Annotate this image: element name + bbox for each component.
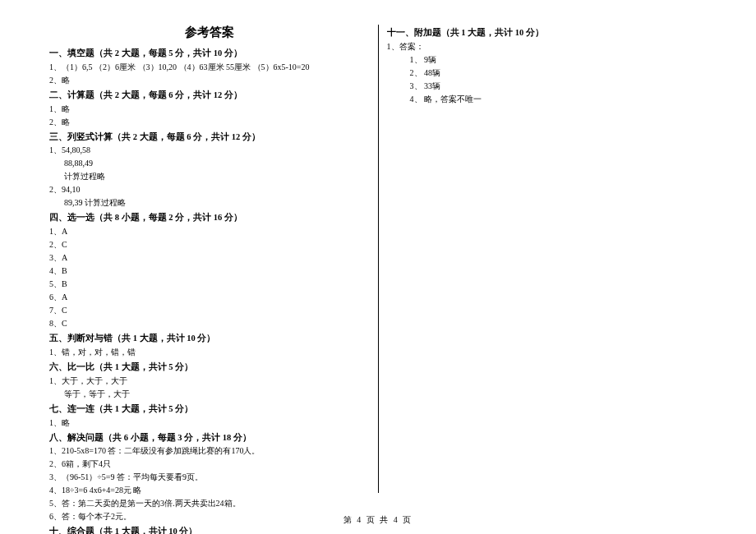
s3-item2a: 89,39 计算过程略 [49, 196, 370, 209]
s4-a1: 1、A [49, 225, 370, 238]
s3-item1b: 计算过程略 [49, 170, 370, 183]
s6-item1: 1、大于，大于，大于 [49, 375, 370, 388]
section-4-head: 四、选一选（共 8 小题，每题 2 分，共计 16 分） [49, 211, 370, 225]
s2-item1: 1、略 [49, 103, 370, 116]
section-2-head: 二、计算题（共 2 大题，每题 6 分，共计 12 分） [49, 89, 370, 103]
s8-item1: 1、210-5x8=170 答：二年级没有参加跳绳比赛的有170人。 [49, 444, 370, 458]
s5-item1: 1、错，对，对，错，错 [49, 346, 370, 359]
s11-a2: 2、 48辆 [387, 67, 708, 80]
section-7-head: 七、连一连（共 1 大题，共计 5 分） [49, 403, 370, 417]
s1-item2: 2、略 [49, 74, 370, 87]
s8-item2: 2、6箱，剩下4只 [49, 458, 370, 471]
left-column: 参考答案 一、填空题（共 2 大题，每题 5 分，共计 10 分） 1、（1）6… [41, 25, 379, 493]
s1-item1: 1、（1）6,5 （2）6厘米 （3）10,20 （4）63厘米 55厘米 （5… [49, 61, 370, 74]
right-column: 十一、附加题（共 1 大题，共计 10 分） 1、答案： 1、 9辆 2、 48… [379, 25, 716, 493]
section-8-head: 八、解决问题（共 6 小题，每题 3 分，共计 18 分） [49, 431, 370, 445]
s11-a4: 4、 略，答案不唯一 [387, 93, 708, 106]
s3-item1: 1、54,80,58 [49, 144, 370, 157]
s8-item4: 4、18÷3=6 4x6+4=28元 略 [49, 484, 370, 497]
s8-item3: 3、（96-51）÷5=9 答：平均每天要看9页。 [49, 471, 370, 484]
s4-a5: 5、B [49, 278, 370, 291]
s4-a6: 6、A [49, 291, 370, 304]
s4-a3: 3、A [49, 251, 370, 265]
section-10-head: 十、综合题（共 1 大题，共计 10 分） [49, 525, 370, 534]
s3-item2: 2、94,10 [49, 183, 370, 196]
section-6-head: 六、比一比（共 1 大题，共计 5 分） [49, 361, 370, 375]
section-5-head: 五、判断对与错（共 1 大题，共计 10 分） [49, 332, 370, 346]
s8-item5: 5、答：第二天卖的是第一天的3倍.两天共卖出24箱。 [49, 497, 370, 510]
section-11-head: 十一、附加题（共 1 大题，共计 10 分） [387, 26, 708, 40]
s3-item1a: 88,88,49 [49, 157, 370, 170]
doc-title: 参考答案 [49, 25, 370, 40]
s2-item2: 2、略 [49, 116, 370, 129]
s11-a1: 1、 9辆 [387, 53, 708, 67]
page-content: 参考答案 一、填空题（共 2 大题，每题 5 分，共计 10 分） 1、（1）6… [0, 0, 756, 501]
s11-a3: 3、 33辆 [387, 80, 708, 93]
s4-a7: 7、C [49, 304, 370, 317]
s6-item1a: 等于，等于，大于 [49, 388, 370, 401]
page-footer: 第 4 页 共 4 页 [0, 514, 756, 526]
section-1-head: 一、填空题（共 2 大题，每题 5 分，共计 10 分） [49, 47, 370, 61]
s7-item1: 1、略 [49, 417, 370, 430]
s11-item1: 1、答案： [387, 40, 708, 53]
s4-a4: 4、B [49, 265, 370, 278]
s4-a8: 8、C [49, 317, 370, 330]
s4-a2: 2、C [49, 238, 370, 251]
section-3-head: 三、列竖式计算（共 2 大题，每题 6 分，共计 12 分） [49, 131, 370, 145]
